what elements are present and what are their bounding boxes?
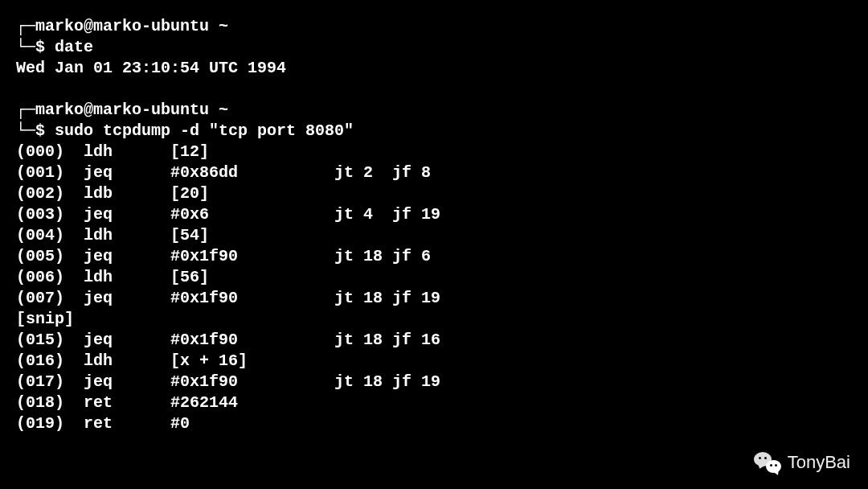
bpf-opcode: jeq: [84, 246, 170, 267]
bpf-instruction-row: (005)jeq#0x1f90jt 18jf 6: [16, 246, 852, 267]
prompt-prefix-2: └─$: [16, 121, 55, 142]
bpf-jump-false: jf 16: [392, 330, 440, 351]
terminal-block-1: ┌─marko@marko-ubuntu ~ └─$ date Wed Jan …: [16, 16, 852, 79]
prompt-user-host-1: ┌─marko@marko-ubuntu ~: [16, 16, 228, 37]
bpf-index: (018): [16, 392, 84, 413]
command-text-1: date: [55, 37, 93, 58]
bpf-index: (005): [16, 246, 84, 267]
bpf-index: (004): [16, 225, 84, 246]
bpf-argument: [20]: [170, 183, 334, 204]
bpf-instruction-row: (000)ldh[12]: [16, 142, 852, 162]
bpf-argument: #0x1f90: [170, 330, 334, 351]
snip-marker: [snip]: [16, 309, 852, 330]
bpf-opcode: ldh: [84, 267, 170, 288]
bpf-jump-true: [334, 183, 392, 204]
bpf-argument: #0x86dd: [170, 162, 334, 183]
bpf-jump-true: [334, 413, 392, 434]
bpf-jump-true: jt 18: [334, 330, 392, 351]
watermark-label: TonyBai: [788, 451, 850, 475]
bpf-jump-true: [334, 392, 392, 413]
bpf-instruction-row: (001)jeq#0x86ddjt 2jf 8: [16, 162, 852, 183]
bpf-index: (007): [16, 288, 84, 309]
bpf-argument: #0x6: [170, 204, 334, 225]
bpf-instruction-row: (004)ldh[54]: [16, 225, 852, 246]
bpf-jump-true: jt 18: [334, 288, 392, 309]
command-text-2: sudo tcpdump -d "tcp port 8080": [55, 121, 354, 142]
bpf-opcode: ldh: [84, 142, 170, 162]
bpf-opcode: ret: [84, 413, 170, 434]
bpf-jump-true: [334, 225, 392, 246]
bpf-opcode: ldb: [84, 183, 170, 204]
bpf-jump-true: jt 4: [334, 204, 392, 225]
bpf-jump-true: [334, 351, 392, 372]
bpf-jump-false: jf 19: [392, 372, 440, 392]
bpf-argument: #0x1f90: [170, 288, 334, 309]
bpf-jump-true: jt 18: [334, 372, 392, 392]
command-line-2[interactable]: └─$ sudo tcpdump -d "tcp port 8080": [16, 121, 852, 142]
bpf-argument: [54]: [170, 225, 334, 246]
bpf-opcode: jeq: [84, 330, 170, 351]
bpf-opcode: ldh: [84, 225, 170, 246]
wechat-icon: [754, 452, 781, 475]
command-line-1[interactable]: └─$ date: [16, 37, 852, 58]
bpf-jump-true: jt 18: [334, 246, 392, 267]
bpf-output-cont: (015)jeq#0x1f90jt 18jf 16(016)ldh[x + 16…: [16, 330, 852, 434]
prompt-prefix-1: └─$: [16, 37, 55, 58]
bpf-jump-false: jf 8: [392, 162, 431, 183]
bpf-instruction-row: (002)ldb[20]: [16, 183, 852, 204]
bpf-argument: [12]: [170, 142, 334, 162]
bpf-output: (000)ldh[12](001)jeq#0x86ddjt 2jf 8(002)…: [16, 142, 852, 309]
bpf-opcode: jeq: [84, 372, 170, 392]
bpf-index: (003): [16, 204, 84, 225]
bpf-jump-false: jf 19: [392, 288, 440, 309]
bpf-opcode: jeq: [84, 204, 170, 225]
bpf-opcode: ret: [84, 392, 170, 413]
bpf-jump-true: [334, 267, 392, 288]
bpf-instruction-row: (003)jeq#0x6jt 4jf 19: [16, 204, 852, 225]
bpf-jump-true: [334, 142, 392, 162]
bpf-jump-true: jt 2: [334, 162, 392, 183]
prompt-line-2: ┌─marko@marko-ubuntu ~: [16, 100, 852, 121]
bpf-instruction-row: (015)jeq#0x1f90jt 18jf 16: [16, 330, 852, 351]
bpf-jump-false: jf 19: [392, 204, 440, 225]
bpf-opcode: ldh: [84, 351, 170, 372]
bpf-argument: [56]: [170, 267, 334, 288]
bpf-jump-false: jf 6: [392, 246, 431, 267]
bpf-index: (017): [16, 372, 84, 392]
bpf-instruction-row: (018)ret#262144: [16, 392, 852, 413]
bpf-instruction-row: (007)jeq#0x1f90jt 18jf 19: [16, 288, 852, 309]
bpf-index: (019): [16, 413, 84, 434]
bpf-instruction-row: (016)ldh[x + 16]: [16, 351, 852, 372]
prompt-line-1: ┌─marko@marko-ubuntu ~: [16, 16, 852, 37]
bpf-instruction-row: (019)ret#0: [16, 413, 852, 434]
bpf-argument: [x + 16]: [170, 351, 334, 372]
bpf-argument: #262144: [170, 392, 334, 413]
bpf-instruction-row: (017)jeq#0x1f90jt 18jf 19: [16, 372, 852, 392]
bpf-index: (015): [16, 330, 84, 351]
bpf-argument: #0x1f90: [170, 372, 334, 392]
watermark: TonyBai: [754, 451, 850, 475]
bpf-opcode: jeq: [84, 162, 170, 183]
bpf-index: (006): [16, 267, 84, 288]
bpf-index: (016): [16, 351, 84, 372]
terminal-block-2: ┌─marko@marko-ubuntu ~ └─$ sudo tcpdump …: [16, 100, 852, 434]
prompt-user-host-2: ┌─marko@marko-ubuntu ~: [16, 100, 228, 121]
bpf-index: (000): [16, 142, 84, 162]
bpf-index: (001): [16, 162, 84, 183]
bpf-argument: #0: [170, 413, 334, 434]
bpf-opcode: jeq: [84, 288, 170, 309]
bpf-index: (002): [16, 183, 84, 204]
bpf-argument: #0x1f90: [170, 246, 334, 267]
bpf-instruction-row: (006)ldh[56]: [16, 267, 852, 288]
command-output-1: Wed Jan 01 23:10:54 UTC 1994: [16, 58, 852, 79]
